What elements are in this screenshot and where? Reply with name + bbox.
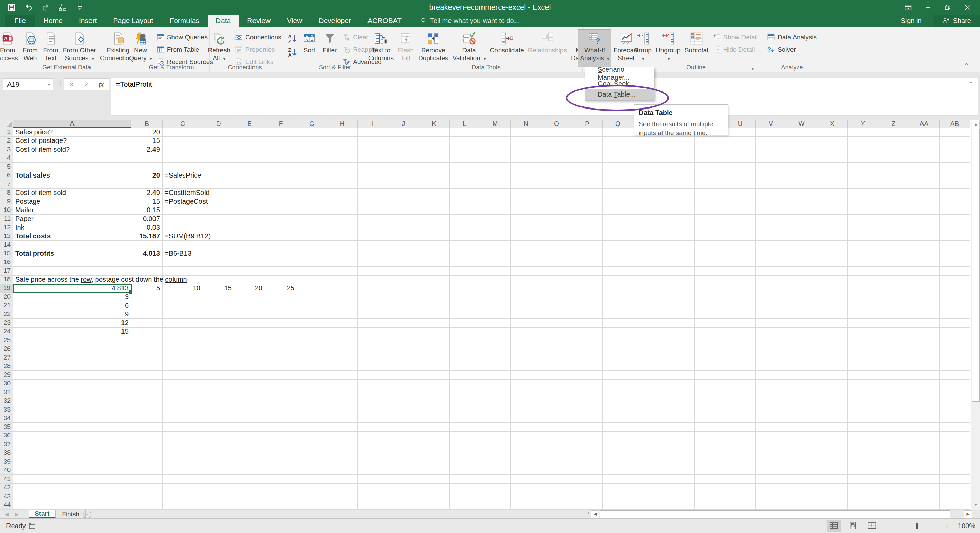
cell-Y25[interactable] <box>848 336 878 345</box>
cell-Q39[interactable] <box>603 457 633 466</box>
cell-C44[interactable] <box>163 501 203 510</box>
cell-V33[interactable] <box>756 405 786 414</box>
cell-E31[interactable] <box>234 388 265 397</box>
cell-A26[interactable] <box>13 345 131 354</box>
cell-U6[interactable] <box>725 171 756 180</box>
cell-A36[interactable] <box>13 431 131 441</box>
cell-E33[interactable] <box>234 405 265 414</box>
cell-L22[interactable] <box>450 310 480 319</box>
cell-V21[interactable] <box>756 301 786 310</box>
cell-O38[interactable] <box>541 449 572 458</box>
cell-O28[interactable] <box>541 362 572 371</box>
cell-C13[interactable]: =SUM(B9:B12) <box>163 232 203 241</box>
cell-X31[interactable] <box>817 388 848 397</box>
cell-P37[interactable] <box>572 440 603 449</box>
column-header-X[interactable]: X <box>817 120 848 128</box>
cell-I29[interactable] <box>358 371 388 379</box>
cell-B5[interactable] <box>131 163 163 171</box>
cell-Z23[interactable] <box>878 319 909 328</box>
cell-S43[interactable] <box>664 492 695 501</box>
cell-F32[interactable] <box>265 397 297 406</box>
cell-T22[interactable] <box>695 310 725 319</box>
cell-Y26[interactable] <box>848 345 878 354</box>
cell-S38[interactable] <box>664 449 695 458</box>
cell-P38[interactable] <box>572 449 603 458</box>
cell-N22[interactable] <box>511 310 541 319</box>
cell-H18[interactable] <box>327 276 358 284</box>
cell-E27[interactable] <box>234 354 265 362</box>
cell-W30[interactable] <box>786 379 817 389</box>
cell-E14[interactable] <box>234 241 265 250</box>
column-header-M[interactable]: M <box>480 120 511 128</box>
cell-C21[interactable] <box>163 301 203 310</box>
cell-G5[interactable] <box>297 163 327 171</box>
cell-Q14[interactable] <box>603 241 633 250</box>
cell-AA1[interactable] <box>909 128 940 137</box>
cell-U35[interactable] <box>725 423 756 431</box>
cell-Z31[interactable] <box>878 388 909 397</box>
cell-AB32[interactable] <box>940 397 970 406</box>
cell-E22[interactable] <box>234 310 265 319</box>
cell-D1[interactable] <box>203 128 234 137</box>
cell-Y33[interactable] <box>848 405 878 414</box>
cell-B2[interactable]: 15 <box>131 137 163 146</box>
cell-K7[interactable] <box>419 180 450 189</box>
cell-M44[interactable] <box>480 501 511 510</box>
cell-S27[interactable] <box>664 354 695 362</box>
cell-U7[interactable] <box>725 180 756 189</box>
cell-A20[interactable]: 3 <box>13 293 131 302</box>
cell-U34[interactable] <box>725 414 756 423</box>
cell-N9[interactable] <box>511 197 541 206</box>
cell-N35[interactable] <box>511 423 541 431</box>
cell-Y7[interactable] <box>848 180 878 189</box>
tab-formulas[interactable]: Formulas <box>161 15 208 27</box>
cell-R44[interactable] <box>633 501 664 510</box>
cell-J13[interactable] <box>388 232 419 241</box>
cell-H35[interactable] <box>327 423 358 431</box>
cell-J15[interactable] <box>388 249 419 258</box>
cell-R38[interactable] <box>633 449 664 458</box>
cell-G39[interactable] <box>297 457 327 466</box>
cell-AB15[interactable] <box>940 249 970 258</box>
cell-N38[interactable] <box>511 449 541 458</box>
cell-J37[interactable] <box>388 440 419 449</box>
cell-O40[interactable] <box>541 466 572 475</box>
cell-M4[interactable] <box>480 154 511 163</box>
cell-AB24[interactable] <box>940 328 970 336</box>
cell-X44[interactable] <box>817 501 848 510</box>
cell-M32[interactable] <box>480 397 511 406</box>
cell-S4[interactable] <box>664 154 695 163</box>
cell-B29[interactable] <box>131 371 163 379</box>
cell-T15[interactable] <box>695 249 725 258</box>
hscroll-right-icon[interactable]: ▶ <box>964 510 972 518</box>
column-header-C[interactable]: C <box>163 120 203 128</box>
cell-I2[interactable] <box>358 137 388 146</box>
cell-P26[interactable] <box>572 345 603 354</box>
cell-O1[interactable] <box>541 128 572 137</box>
row-header-2[interactable]: 2 <box>0 137 13 146</box>
cell-F4[interactable] <box>265 154 297 163</box>
cell-O34[interactable] <box>541 414 572 423</box>
cell-F14[interactable] <box>265 241 297 250</box>
cell-S32[interactable] <box>664 397 695 406</box>
cell-R20[interactable] <box>633 293 664 302</box>
cell-I34[interactable] <box>358 414 388 423</box>
cell-S40[interactable] <box>664 466 695 475</box>
cell-K36[interactable] <box>419 431 450 441</box>
cell-Z11[interactable] <box>878 215 909 224</box>
cell-B23[interactable] <box>131 319 163 328</box>
cell-T24[interactable] <box>695 328 725 336</box>
cell-AB28[interactable] <box>940 362 970 371</box>
cell-L20[interactable] <box>450 293 480 302</box>
cell-Q1[interactable] <box>603 128 633 137</box>
cell-N8[interactable] <box>511 189 541 198</box>
cell-X4[interactable] <box>817 154 848 163</box>
cell-K18[interactable] <box>419 276 450 284</box>
cell-X16[interactable] <box>817 258 848 267</box>
cell-F44[interactable] <box>265 501 297 510</box>
cell-M14[interactable] <box>480 241 511 250</box>
cell-W21[interactable] <box>786 301 817 310</box>
cell-R34[interactable] <box>633 414 664 423</box>
cell-K25[interactable] <box>419 336 450 345</box>
row-header-33[interactable]: 33 <box>0 405 13 414</box>
